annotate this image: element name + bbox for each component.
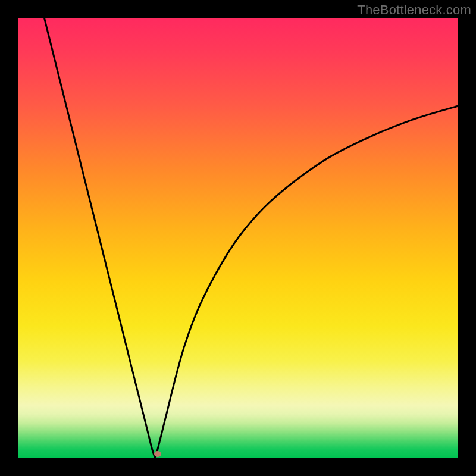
bottleneck-curve bbox=[18, 18, 458, 458]
watermark-text: TheBottleneck.com bbox=[357, 2, 471, 18]
curve-left-branch bbox=[44, 18, 155, 458]
minimum-marker bbox=[154, 451, 161, 457]
curve-right-branch bbox=[155, 106, 458, 458]
plot-area bbox=[18, 18, 458, 458]
chart-frame: TheBottleneck.com bbox=[0, 0, 476, 476]
